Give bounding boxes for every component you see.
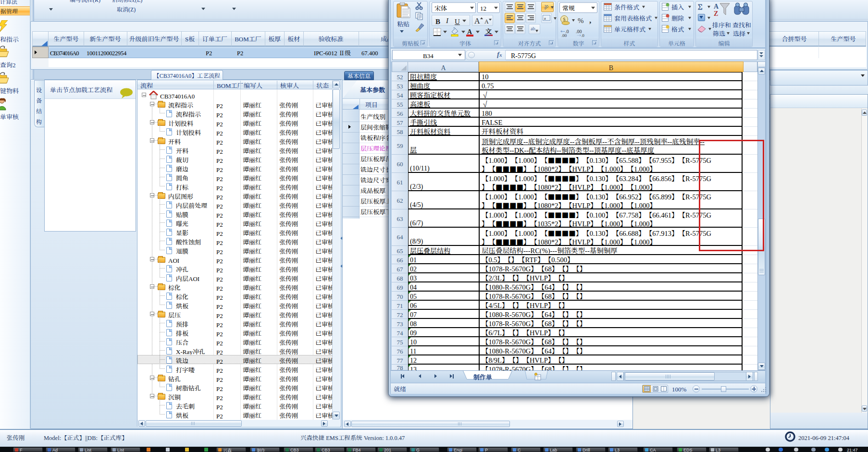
svg-text:Z: Z: [714, 10, 718, 17]
svg-text:A: A: [714, 3, 719, 10]
